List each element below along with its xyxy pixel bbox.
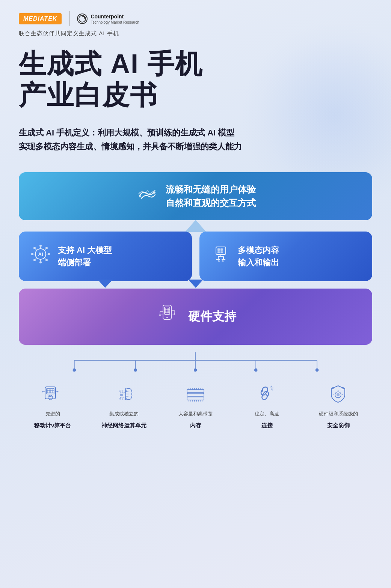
security-label-top: 硬件级和系统级的 bbox=[319, 410, 358, 418]
counterpoint-logo: Counterpoint Technology Market Research bbox=[77, 13, 139, 24]
bottom-section: AI 先进的 移动计v算平台 bbox=[19, 345, 372, 429]
multimodal-icon bbox=[210, 243, 232, 269]
svg-point-6 bbox=[39, 261, 42, 263]
title-line2: 产业白皮书 bbox=[19, 80, 372, 111]
main-title: 生成式 AI 手机 产业白皮书 bbox=[19, 48, 372, 111]
counterpoint-icon bbox=[77, 14, 88, 24]
svg-line-97 bbox=[270, 386, 272, 387]
title-line1: 生成式 AI 手机 bbox=[19, 48, 372, 80]
subtitle: 联合生态伙伴共同定义生成式 AI 手机 bbox=[19, 30, 372, 37]
connectivity-icon bbox=[254, 380, 280, 406]
svg-point-7 bbox=[31, 253, 33, 255]
ux-text: 流畅和无缝的用户体验 自然和直观的交互方式 bbox=[166, 183, 256, 210]
npu-label-bottom: 神经网络运算单元 bbox=[101, 421, 146, 429]
svg-line-109 bbox=[342, 388, 343, 389]
bottom-item-connectivity: 稳定、高速 连接 bbox=[233, 380, 301, 429]
bottom-item-compute: AI 先进的 移动计v算平台 bbox=[19, 380, 86, 429]
memory-icon bbox=[183, 380, 209, 406]
ux-box: 流畅和无缝的用户体验 自然和直观的交互方式 bbox=[19, 172, 372, 220]
bottom-item-security: 硬件级和系统级的 安全防御 bbox=[305, 380, 372, 429]
memory-label-bottom: 内存 bbox=[190, 421, 201, 429]
middle-row: AI bbox=[19, 232, 372, 281]
compute-icon: AI bbox=[39, 380, 66, 406]
svg-point-57 bbox=[316, 368, 319, 372]
svg-line-17 bbox=[35, 249, 36, 250]
npu-icon: 0110 1011 0110 bbox=[111, 380, 137, 406]
compute-label-top: 先进的 bbox=[45, 410, 60, 418]
bottom-items: AI 先进的 移动计v算平台 bbox=[19, 376, 372, 429]
hardware-icon bbox=[155, 302, 179, 331]
svg-line-18 bbox=[45, 249, 46, 250]
svg-point-56 bbox=[254, 368, 258, 372]
bottom-item-npu: 0110 1011 0110 集成或独立的 神经网络运算单元 bbox=[90, 380, 158, 429]
arrow-multimodal-down bbox=[188, 280, 203, 288]
header: MEDIATEK Counterpoint Technology Market … bbox=[19, 11, 372, 26]
description: 生成式 AI 手机定义：利用大规模、预训练的生成式 AI 模型 实现多模态内容生… bbox=[19, 126, 372, 154]
diagram: 流畅和无缝的用户体验 自然和直观的交互方式 AI bbox=[19, 172, 372, 429]
svg-point-40 bbox=[159, 314, 161, 316]
svg-line-20 bbox=[45, 258, 46, 259]
bottom-item-memory: 大容量和高带宽 内存 bbox=[162, 380, 229, 429]
tree-lines-svg bbox=[19, 352, 372, 375]
logo-divider bbox=[69, 11, 69, 26]
security-label-bottom: 安全防御 bbox=[327, 421, 350, 429]
svg-point-55 bbox=[194, 368, 197, 372]
ai-box: AI bbox=[19, 232, 192, 281]
svg-rect-23 bbox=[220, 248, 223, 251]
ai-text: 支持 AI 大模型 端侧部署 bbox=[58, 244, 112, 269]
connectivity-label-bottom: 连接 bbox=[261, 421, 273, 429]
npu-label-top: 集成或独立的 bbox=[109, 410, 139, 418]
svg-rect-24 bbox=[217, 251, 220, 253]
svg-point-37 bbox=[166, 317, 168, 318]
svg-rect-78 bbox=[187, 389, 204, 393]
svg-point-5 bbox=[39, 245, 42, 247]
svg-line-19 bbox=[35, 258, 36, 259]
svg-rect-80 bbox=[187, 397, 204, 400]
svg-point-1 bbox=[139, 195, 141, 197]
svg-line-108 bbox=[333, 388, 334, 389]
svg-point-69 bbox=[42, 391, 43, 392]
memory-label-top: 大容量和高带宽 bbox=[178, 410, 213, 418]
connectivity-label-top: 稳定、高速 bbox=[255, 410, 279, 418]
ux-icon bbox=[136, 183, 158, 210]
desc-line1: 生成式 AI 手机定义：利用大规模、预训练的生成式 AI 模型 bbox=[19, 126, 372, 140]
svg-text:AI: AI bbox=[38, 251, 43, 257]
hardware-text: 硬件支持 bbox=[188, 308, 236, 325]
svg-point-101 bbox=[337, 393, 340, 396]
arrow-ux bbox=[185, 220, 206, 232]
svg-rect-22 bbox=[217, 248, 220, 251]
multimodal-box: 多模态内容 输入和输出 bbox=[199, 232, 373, 281]
svg-rect-25 bbox=[220, 251, 223, 253]
desc-line2: 实现多模态内容生成、情境感知，并具备不断增强的类人能力 bbox=[19, 140, 372, 153]
hardware-box: 硬件支持 bbox=[19, 289, 372, 345]
svg-rect-79 bbox=[187, 393, 204, 396]
page-wrapper: MEDIATEK Counterpoint Technology Market … bbox=[0, 0, 391, 448]
multimodal-text: 多模态内容 输入和输出 bbox=[238, 244, 279, 269]
ai-icon: AI bbox=[29, 243, 52, 270]
compute-label-bottom: 移动计v算平台 bbox=[34, 421, 71, 429]
svg-point-2 bbox=[153, 191, 155, 194]
svg-point-54 bbox=[134, 368, 137, 372]
security-icon bbox=[325, 380, 352, 406]
svg-line-99 bbox=[271, 389, 273, 390]
svg-point-71 bbox=[57, 391, 58, 392]
arrow-ai-down bbox=[98, 280, 113, 288]
mediatek-logo: MEDIATEK bbox=[19, 13, 62, 24]
svg-point-53 bbox=[73, 368, 76, 372]
counterpoint-name: Counterpoint Technology Market Research bbox=[91, 13, 139, 24]
svg-point-8 bbox=[48, 253, 50, 255]
